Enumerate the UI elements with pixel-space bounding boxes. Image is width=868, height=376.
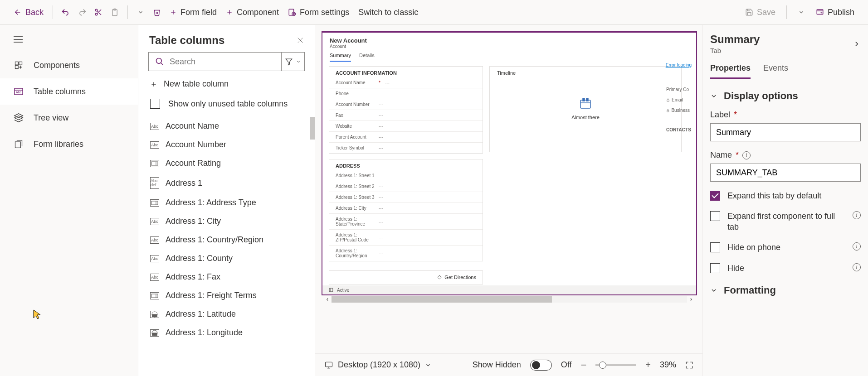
arrow-left-icon bbox=[14, 8, 22, 16]
props-tab-properties[interactable]: Properties bbox=[710, 63, 751, 79]
redo-button[interactable] bbox=[74, 4, 90, 20]
svg-rect-44 bbox=[152, 333, 157, 336]
get-directions-button[interactable]: Get Directions bbox=[329, 270, 483, 284]
scrollbar-thumb[interactable] bbox=[332, 296, 552, 303]
horizontal-scrollbar[interactable] bbox=[322, 295, 697, 304]
form-field-row[interactable]: Address 1: State/Province--- bbox=[329, 213, 483, 229]
timeline-section[interactable]: Timeline Almost there bbox=[489, 66, 682, 152]
delete-button[interactable] bbox=[149, 4, 165, 20]
device-label[interactable]: Desktop (1920 x 1080) bbox=[338, 360, 420, 370]
rail-item-components[interactable]: Components bbox=[0, 52, 138, 78]
form-field-row[interactable]: Address 1: Street 1--- bbox=[329, 170, 483, 181]
paste-button[interactable] bbox=[107, 4, 123, 20]
form-field-button[interactable]: Form field bbox=[165, 5, 221, 20]
hide-checkbox[interactable] bbox=[710, 263, 720, 273]
timeline-placeholder-icon bbox=[579, 97, 592, 109]
address-section[interactable]: ADDRESS Address 1: Street 1---Address 1:… bbox=[329, 159, 483, 261]
status-icon bbox=[329, 288, 333, 292]
info-icon[interactable]: i bbox=[853, 242, 861, 251]
info-icon[interactable]: i bbox=[853, 263, 861, 271]
fit-to-screen-icon[interactable] bbox=[685, 361, 693, 369]
zoom-out-button[interactable]: − bbox=[580, 359, 586, 371]
svg-rect-49 bbox=[583, 98, 585, 101]
form-field-row[interactable]: Account Name*--- bbox=[329, 77, 483, 88]
undo-button[interactable] bbox=[58, 4, 74, 20]
column-item[interactable]: AbcAddress 1: City bbox=[138, 212, 315, 231]
column-item[interactable]: Address 1: Longitude bbox=[138, 323, 315, 342]
hide-phone-checkbox[interactable] bbox=[710, 242, 720, 252]
display-options-toggle[interactable]: Display options bbox=[710, 90, 861, 102]
field-value: --- bbox=[379, 235, 383, 240]
column-item[interactable]: Address 1: Latitude bbox=[138, 305, 315, 323]
field-value: --- bbox=[379, 219, 383, 224]
show-unused-checkbox[interactable] bbox=[150, 99, 160, 109]
columns-search-input[interactable] bbox=[170, 57, 275, 67]
rail-item-tree-view[interactable]: Tree view bbox=[0, 105, 138, 131]
show-hidden-toggle[interactable] bbox=[530, 360, 552, 371]
zoom-slider[interactable] bbox=[595, 364, 636, 366]
plus-icon bbox=[170, 9, 177, 16]
svg-rect-46 bbox=[667, 110, 669, 111]
column-item[interactable]: AbcAccount Name bbox=[138, 117, 315, 135]
hamburger-button[interactable] bbox=[0, 25, 138, 52]
zoom-in-button[interactable]: + bbox=[645, 360, 651, 370]
column-item[interactable]: Account Rating bbox=[138, 154, 315, 173]
column-item[interactable]: AbcAccount Number bbox=[138, 135, 315, 154]
form-preview[interactable]: New Account Account Summary Details Erro… bbox=[322, 31, 697, 295]
expand-first-checkbox[interactable] bbox=[710, 211, 720, 221]
paste-dropdown[interactable] bbox=[132, 4, 149, 20]
form-tab-summary[interactable]: Summary bbox=[330, 53, 351, 62]
columns-search-box[interactable] bbox=[148, 52, 281, 71]
svg-rect-19 bbox=[15, 62, 19, 65]
form-settings-button[interactable]: Form settings bbox=[283, 5, 354, 20]
column-item[interactable]: AbcAddress 1: Fax bbox=[138, 268, 315, 286]
form-tab-details[interactable]: Details bbox=[359, 53, 375, 62]
field-label: Parent Account bbox=[336, 135, 379, 140]
name-input[interactable] bbox=[710, 164, 861, 182]
formatting-toggle[interactable]: Formatting bbox=[710, 284, 861, 296]
column-item[interactable]: Address 1: Freight Terms bbox=[138, 286, 315, 305]
form-field-row[interactable]: Ticker Symbol--- bbox=[329, 142, 483, 153]
form-field-row[interactable]: Parent Account--- bbox=[329, 131, 483, 142]
svg-line-31 bbox=[161, 63, 163, 65]
canvas-footer: Desktop (1920 x 1080) Show Hidden Off − … bbox=[315, 353, 702, 376]
form-field-row[interactable]: Address 1: ZIP/Postal Code--- bbox=[329, 229, 483, 245]
chevron-right-icon bbox=[689, 297, 693, 302]
column-item[interactable]: Abc defAddress 1 bbox=[138, 173, 315, 193]
cut-button[interactable] bbox=[90, 4, 107, 20]
error-loading-link[interactable]: Error loading bbox=[666, 63, 692, 67]
label-input[interactable] bbox=[710, 123, 861, 141]
switch-classic-button[interactable]: Switch to classic bbox=[354, 5, 423, 20]
columns-close-button[interactable] bbox=[297, 37, 304, 44]
props-tab-events[interactable]: Events bbox=[763, 63, 788, 79]
account-information-section[interactable]: ACCOUNT INFORMATION Account Name*---Phon… bbox=[329, 66, 483, 154]
publish-button[interactable]: Publish bbox=[811, 5, 859, 20]
form-field-row[interactable]: Address 1: Country/Region--- bbox=[329, 245, 483, 261]
save-dropdown[interactable] bbox=[793, 4, 809, 20]
column-item[interactable]: Address 1: Address Type bbox=[138, 193, 315, 212]
save-button[interactable]: Save bbox=[741, 5, 780, 20]
form-field-row[interactable]: Address 1: Street 2--- bbox=[329, 181, 483, 192]
column-item[interactable]: AbcAddress 1: Country/Region bbox=[138, 231, 315, 249]
form-field-row[interactable]: Website--- bbox=[329, 121, 483, 131]
scrollbar-thumb[interactable] bbox=[310, 117, 315, 140]
info-icon[interactable]: i bbox=[853, 211, 861, 219]
new-table-column-button[interactable]: New table column bbox=[138, 71, 315, 95]
info-icon[interactable]: i bbox=[742, 151, 751, 159]
form-field-row[interactable]: Address 1: Street 3--- bbox=[329, 192, 483, 202]
column-item[interactable]: AbcAddress 1: County bbox=[138, 249, 315, 268]
primary-contact-label: Primary Co bbox=[664, 84, 692, 95]
back-button[interactable]: Back bbox=[9, 5, 48, 20]
expand-default-checkbox[interactable] bbox=[710, 191, 720, 201]
columns-filter-button[interactable] bbox=[281, 52, 305, 71]
chevron-down-icon[interactable] bbox=[425, 362, 431, 368]
form-field-row[interactable]: Address 1: City--- bbox=[329, 202, 483, 213]
rail-item-table-columns[interactable]: Abc Table columns bbox=[0, 78, 138, 105]
chevron-right-icon[interactable] bbox=[853, 40, 861, 48]
form-field-row[interactable]: Fax--- bbox=[329, 110, 483, 121]
field-label: Address 1: City bbox=[336, 206, 379, 211]
component-button[interactable]: Component bbox=[221, 5, 283, 20]
form-field-row[interactable]: Account Number--- bbox=[329, 99, 483, 110]
form-field-row[interactable]: Phone--- bbox=[329, 88, 483, 99]
rail-item-form-libraries[interactable]: Form libraries bbox=[0, 131, 138, 157]
